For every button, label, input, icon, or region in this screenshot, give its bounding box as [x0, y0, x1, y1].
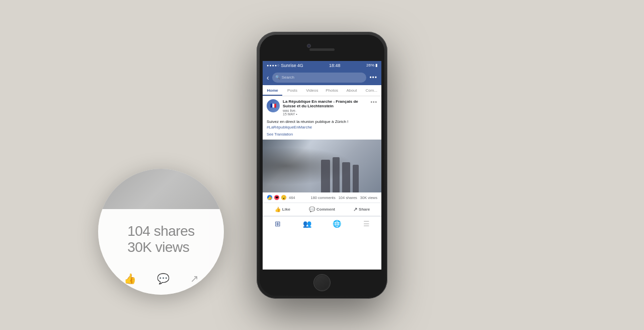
post-text: Suivez en direct la réunion publique à Z… [263, 119, 381, 132]
avatar-icon: 🇫🇷 [270, 103, 276, 108]
magnified-shares-text: 104 shares [127, 223, 195, 239]
like-icon: 👍 [275, 207, 281, 212]
share-button[interactable]: ↗ Share [342, 204, 381, 215]
phone-bottom-bezel [260, 270, 384, 296]
phone-speaker [309, 48, 335, 51]
bottom-nav-globe[interactable]: 🌐 [322, 220, 352, 228]
tab-photos[interactable]: Photos [322, 85, 342, 96]
reactions-count: 464 [289, 195, 295, 200]
magnified-comment-icon: 💬 [157, 273, 170, 285]
battery-percent: 26% [366, 63, 374, 68]
person-silhouette [321, 160, 330, 192]
tab-about[interactable]: About [342, 85, 361, 96]
tab-posts[interactable]: Posts [282, 85, 302, 96]
share-label: Share [359, 207, 370, 212]
post-image [263, 140, 381, 192]
bottom-nav-home[interactable]: ⊞ [263, 220, 292, 228]
reaction-like-icon: 👍 [267, 194, 273, 201]
post: 🇫🇷 La République En marche - Français de… [263, 96, 381, 231]
status-time: 18:48 [329, 63, 341, 68]
status-right: 26% ▮ [366, 63, 377, 68]
comment-icon: 💬 [309, 207, 315, 212]
home-nav-icon: ⊞ [275, 220, 281, 228]
magnified-circle: 104 shares 30K views 👍 💬 ↗ [98, 169, 224, 295]
person-silhouette [333, 157, 340, 192]
share-icon: ↗ [353, 207, 357, 212]
action-bar: 👍 Like 💬 Comment ↗ Share [263, 203, 381, 216]
like-button[interactable]: 👍 Like [263, 204, 302, 215]
post-more-button[interactable]: ••• [370, 99, 377, 105]
tab-videos[interactable]: Videos [302, 85, 322, 96]
comment-button[interactable]: 💬 Comment [302, 204, 342, 215]
friends-nav-icon: 👥 [303, 220, 311, 228]
like-label: Like [282, 207, 290, 212]
menu-nav-icon: ☰ [363, 220, 370, 228]
magnified-like-icon: 👍 [124, 273, 136, 285]
battery-icon: ▮ [375, 63, 377, 68]
person-silhouette [342, 162, 350, 192]
magnified-share-icon: ↗ [190, 273, 199, 285]
reactions-left: 👍 ❤ 😮 464 [267, 194, 295, 201]
back-button[interactable]: ‹ [267, 74, 269, 82]
carrier-name: Sunrise [281, 63, 296, 68]
network-type: 4G [297, 63, 303, 68]
post-meta: La République En marche - Français de Su… [283, 99, 367, 116]
comments-count: 180 comments [311, 195, 336, 200]
phone-mockup: ●●●●○ Sunrise 4G 18:48 26% ▮ ‹ 🔍 Search … [257, 32, 387, 299]
status-bar: ●●●●○ Sunrise 4G 18:48 26% ▮ [263, 61, 381, 70]
search-placeholder: Search [282, 75, 294, 80]
status-left: ●●●●○ Sunrise 4G [267, 63, 303, 68]
post-action: was live. [283, 109, 367, 112]
phone-screen: ●●●●○ Sunrise 4G 18:48 26% ▮ ‹ 🔍 Search … [263, 61, 381, 270]
bottom-nav-friends[interactable]: 👥 [292, 220, 322, 228]
magnified-bottom-actions: 👍 💬 ↗ [98, 273, 224, 285]
shares-count: 104 shares [339, 195, 357, 200]
post-date: 15 MAY • [283, 112, 367, 116]
signal-strength: ●●●●○ [267, 63, 280, 67]
page-name: La République En marche - Français de Su… [283, 99, 367, 109]
magnified-content: 104 shares 30K views [117, 223, 205, 255]
phone-camera [307, 44, 311, 48]
views-count: 30K views [360, 195, 377, 200]
magnified-image-strip [98, 169, 224, 209]
comment-label: Comment [316, 207, 335, 212]
magnified-views-text: 30K views [127, 239, 189, 255]
reactions-right: 180 comments 104 shares 30K views [311, 195, 378, 200]
post-header: 🇫🇷 La République En marche - Français de… [263, 96, 381, 119]
bottom-nav-menu[interactable]: ☰ [352, 220, 381, 228]
tab-home[interactable]: Home [263, 85, 282, 96]
phone-top-bezel [260, 35, 384, 61]
home-button[interactable] [313, 274, 331, 291]
reaction-love-icon: ❤ [274, 194, 280, 201]
tab-bar: Home Posts Videos Photos About Com... [263, 85, 381, 96]
globe-nav-icon: 🌐 [333, 220, 341, 228]
bottom-nav: ⊞ 👥 🌐 ☰ [263, 216, 381, 231]
post-hashtag[interactable]: #LaRépubliqueEnMarche [267, 125, 312, 129]
avatar: 🇫🇷 [267, 99, 280, 112]
search-box[interactable]: 🔍 Search [272, 73, 367, 83]
search-icon: 🔍 [275, 75, 280, 80]
nav-bar: ‹ 🔍 Search ••• [263, 70, 381, 85]
reactions-bar: 👍 ❤ 😮 464 180 comments 104 shares 30K vi… [263, 192, 381, 203]
people-silhouettes [298, 148, 381, 192]
post-text-line1: Suivez en direct la réunion publique à Z… [267, 119, 377, 124]
more-menu-button[interactable]: ••• [369, 74, 377, 81]
person-silhouette [353, 165, 359, 192]
see-translation-link[interactable]: See Translation [263, 132, 381, 140]
tab-community[interactable]: Com... [362, 85, 381, 96]
reaction-wow-icon: 😮 [281, 194, 287, 201]
